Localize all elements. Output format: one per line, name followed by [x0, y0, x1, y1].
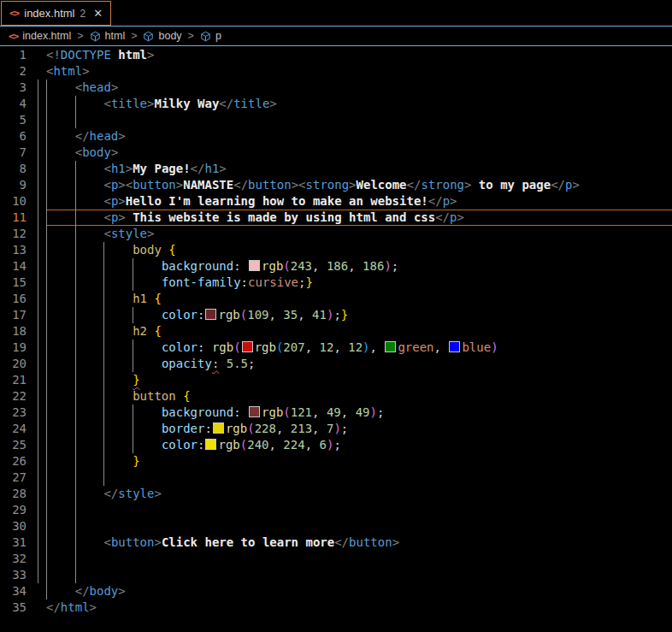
code-line[interactable]: 23background: rgb(121, 49, 49);: [0, 405, 672, 421]
line-number[interactable]: 29: [0, 502, 46, 518]
line-number[interactable]: 24: [0, 421, 46, 437]
code-line[interactable]: 17color:rgb(109, 35, 41);}: [0, 307, 672, 323]
code-line[interactable]: 27: [0, 470, 672, 486]
line-number[interactable]: 15: [0, 275, 46, 291]
color-swatch[interactable]: [242, 341, 253, 352]
code-line[interactable]: 26}: [0, 453, 672, 470]
line-number[interactable]: 32: [0, 551, 46, 567]
tab-badge: 2: [80, 8, 86, 20]
line-number[interactable]: 31: [0, 535, 46, 551]
code-line[interactable]: 14background: rgb(243, 186, 186);: [0, 258, 672, 275]
breadcrumb-item-html[interactable]: html: [105, 30, 126, 42]
line-number[interactable]: 3: [0, 80, 46, 96]
line-number[interactable]: 2: [0, 63, 46, 80]
breadcrumb-file[interactable]: index.html: [22, 30, 71, 42]
code-line[interactable]: 21}: [0, 372, 672, 388]
code-line[interactable]: 13body {: [0, 242, 672, 258]
code-line[interactable]: 33: [0, 567, 672, 583]
code-line[interactable]: 16h1 {: [0, 291, 672, 307]
code-line[interactable]: 2<html>: [0, 63, 672, 80]
code-token: strong: [306, 178, 350, 192]
line-number[interactable]: 18: [0, 323, 46, 340]
line-number[interactable]: 20: [0, 356, 46, 372]
line-number[interactable]: 28: [0, 486, 46, 502]
line-number[interactable]: 4: [0, 96, 46, 112]
line-number[interactable]: 23: [0, 405, 46, 421]
line-number[interactable]: 13: [0, 242, 46, 258]
color-swatch[interactable]: [249, 406, 260, 417]
code-line[interactable]: 7<body>: [0, 145, 672, 161]
indent-guide: [103, 405, 133, 421]
line-number[interactable]: 25: [0, 437, 46, 453]
code-line[interactable]: 19color: rgb(rgb(207, 12, 12), green, bl…: [0, 340, 672, 356]
code-token: 228: [255, 422, 276, 435]
code-line[interactable]: 9<p><button>NAMASTE</button><strong>Welc…: [0, 177, 672, 193]
line-number[interactable]: 27: [0, 470, 46, 486]
line-number[interactable]: 10: [0, 193, 46, 210]
color-swatch[interactable]: [385, 341, 396, 352]
code-text: [46, 112, 672, 128]
color-swatch[interactable]: [249, 260, 260, 271]
line-number[interactable]: 30: [0, 518, 46, 535]
code-line[interactable]: 15font-family:cursive;}: [0, 275, 672, 291]
line-number[interactable]: 17: [0, 307, 46, 323]
code-line[interactable]: 34</body>: [0, 583, 672, 600]
code-line[interactable]: 24border:rgb(228, 213, 7);: [0, 421, 672, 437]
code-token: 12: [320, 340, 334, 354]
code-line[interactable]: 29: [0, 502, 672, 518]
line-number[interactable]: 5: [0, 112, 46, 128]
code-line[interactable]: 11<p> This website is made by using html…: [0, 210, 672, 226]
line-number[interactable]: 6: [0, 128, 46, 145]
color-swatch[interactable]: [449, 341, 460, 352]
code-line[interactable]: 5: [0, 112, 672, 128]
line-number[interactable]: 16: [0, 291, 46, 307]
line-number[interactable]: 22: [0, 388, 46, 405]
code-line[interactable]: 1<!DOCTYPE html>: [0, 47, 672, 63]
color-swatch[interactable]: [205, 309, 216, 320]
code-line[interactable]: 30: [0, 518, 672, 535]
code-token: p: [443, 194, 450, 208]
code-line[interactable]: 32: [0, 551, 672, 567]
line-number[interactable]: 35: [0, 600, 46, 616]
color-swatch[interactable]: [213, 422, 224, 434]
tab-index-html[interactable]: <> index.html 2 ✕: [1, 1, 111, 26]
indent-guide: [46, 112, 75, 128]
code-editor[interactable]: 1<!DOCTYPE html>2<html>3<head>4<title>Mi…: [0, 46, 672, 616]
code-token: ;: [333, 308, 340, 322]
line-number[interactable]: 9: [0, 177, 46, 193]
line-number[interactable]: 34: [0, 583, 46, 600]
line-number[interactable]: 21: [0, 372, 46, 388]
breadcrumb: <> index.html >html>body>p: [0, 27, 672, 46]
code-line[interactable]: 6</head>: [0, 128, 672, 145]
close-icon[interactable]: ✕: [93, 7, 103, 20]
line-number[interactable]: 8: [0, 161, 46, 177]
line-number[interactable]: 33: [0, 567, 46, 583]
code-line[interactable]: 18h2 {: [0, 323, 672, 340]
line-number[interactable]: 1: [0, 47, 46, 63]
code-line[interactable]: 3<head>: [0, 80, 672, 96]
line-number[interactable]: 11: [0, 210, 46, 226]
code-line[interactable]: 25color:rgb(240, 224, 6);: [0, 437, 672, 453]
code-line[interactable]: 28</style>: [0, 486, 672, 502]
breadcrumb-item-p[interactable]: p: [215, 30, 221, 42]
line-number[interactable]: 14: [0, 258, 46, 275]
code-line[interactable]: 8<h1>My Page!</h1>: [0, 161, 672, 177]
code-line[interactable]: 12<style>: [0, 226, 672, 242]
line-number[interactable]: 12: [0, 226, 46, 242]
code-line[interactable]: 31<button>Click here to learn more</butt…: [0, 535, 672, 551]
line-number[interactable]: 19: [0, 340, 46, 356]
color-swatch[interactable]: [205, 439, 216, 450]
code-token: :: [241, 275, 248, 289]
code-token: [176, 389, 183, 403]
line-number[interactable]: 26: [0, 453, 46, 470]
code-line[interactable]: 4<title>Milky Way</title>: [0, 96, 672, 112]
line-number[interactable]: 7: [0, 145, 46, 161]
code-line[interactable]: 22button {: [0, 388, 672, 405]
code-line[interactable]: 10<p>Hello I'm learning how to make an w…: [0, 193, 672, 210]
code-token: background: [162, 405, 233, 419]
code-line[interactable]: 20opacity: 5.5;: [0, 356, 672, 372]
breadcrumb-item-body[interactable]: body: [158, 30, 181, 42]
code-token: ;: [392, 259, 398, 273]
code-line[interactable]: 35</html>: [0, 600, 672, 616]
indent-guide: [75, 275, 104, 291]
